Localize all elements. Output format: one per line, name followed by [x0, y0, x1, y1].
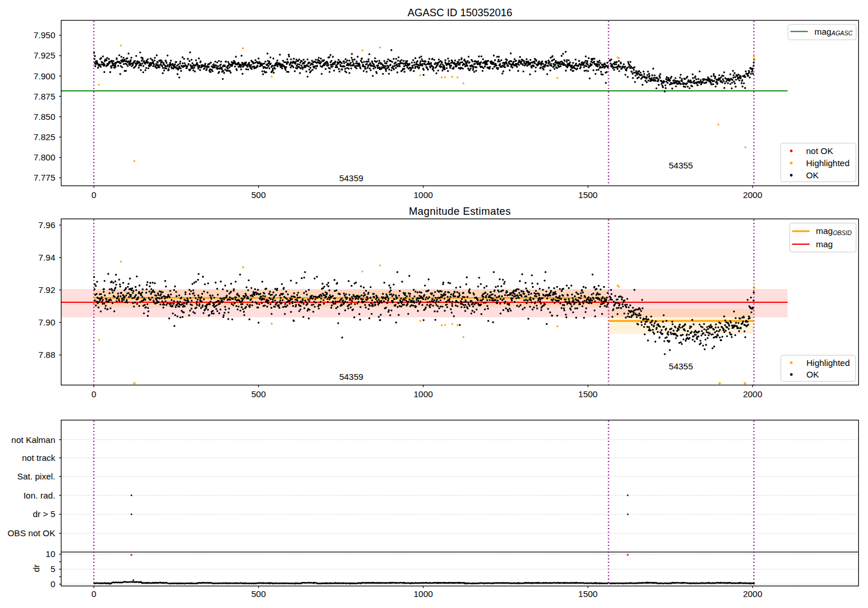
- svg-text:500: 500: [251, 190, 266, 200]
- svg-text:Magnitude Estimates: Magnitude Estimates: [409, 206, 511, 217]
- svg-text:0: 0: [91, 589, 96, 599]
- svg-text:2000: 2000: [743, 389, 762, 399]
- svg-text:7.94: 7.94: [38, 252, 55, 262]
- svg-text:7.825: 7.825: [34, 132, 56, 142]
- svg-text:7.90: 7.90: [38, 317, 55, 327]
- svg-text:54359: 54359: [339, 372, 363, 382]
- svg-text:2000: 2000: [743, 190, 762, 200]
- svg-text:OK: OK: [806, 170, 819, 180]
- svg-text:2000: 2000: [743, 589, 762, 599]
- svg-text:0: 0: [91, 190, 96, 200]
- svg-text:Ion. rad.: Ion. rad.: [23, 490, 55, 500]
- svg-text:dr: dr: [31, 565, 41, 572]
- svg-text:1500: 1500: [578, 589, 597, 599]
- svg-text:7.88: 7.88: [38, 350, 55, 360]
- svg-text:54355: 54355: [669, 361, 693, 371]
- svg-text:not Kalman: not Kalman: [12, 435, 56, 445]
- svg-text:500: 500: [251, 389, 266, 399]
- svg-text:7.800: 7.800: [34, 152, 56, 162]
- svg-text:1000: 1000: [414, 190, 433, 200]
- svg-text:0: 0: [91, 389, 96, 399]
- svg-text:7.900: 7.900: [34, 71, 56, 81]
- svg-text:1000: 1000: [414, 589, 433, 599]
- svg-text:7.950: 7.950: [34, 30, 56, 40]
- svg-text:0: 0: [50, 579, 55, 589]
- svg-text:5: 5: [50, 564, 55, 574]
- svg-text:not track: not track: [22, 453, 56, 463]
- svg-text:10: 10: [46, 549, 56, 559]
- svg-text:1500: 1500: [578, 389, 597, 399]
- svg-text:7.92: 7.92: [38, 285, 55, 295]
- svg-text:Sat. pixel.: Sat. pixel.: [17, 471, 56, 481]
- svg-text:dr > 5: dr > 5: [33, 509, 56, 519]
- svg-text:7.850: 7.850: [34, 112, 56, 122]
- svg-text:54359: 54359: [339, 173, 363, 183]
- svg-text:not OK: not OK: [806, 146, 833, 156]
- svg-text:1000: 1000: [414, 389, 433, 399]
- svg-text:54355: 54355: [669, 160, 693, 170]
- svg-text:7.925: 7.925: [34, 50, 56, 60]
- svg-text:AGASC ID 150352016: AGASC ID 150352016: [407, 7, 512, 19]
- svg-text:OBS not OK: OBS not OK: [8, 528, 56, 538]
- svg-text:OK: OK: [807, 369, 819, 379]
- svg-text:500: 500: [251, 589, 266, 599]
- svg-text:7.875: 7.875: [34, 91, 56, 101]
- svg-text:7.96: 7.96: [38, 220, 55, 230]
- svg-text:7.775: 7.775: [34, 173, 56, 182]
- svg-text:Highlighted: Highlighted: [807, 358, 850, 368]
- svg-text:Highlighted: Highlighted: [806, 158, 849, 168]
- svg-text:mag: mag: [816, 239, 833, 249]
- svg-text:1500: 1500: [578, 190, 597, 200]
